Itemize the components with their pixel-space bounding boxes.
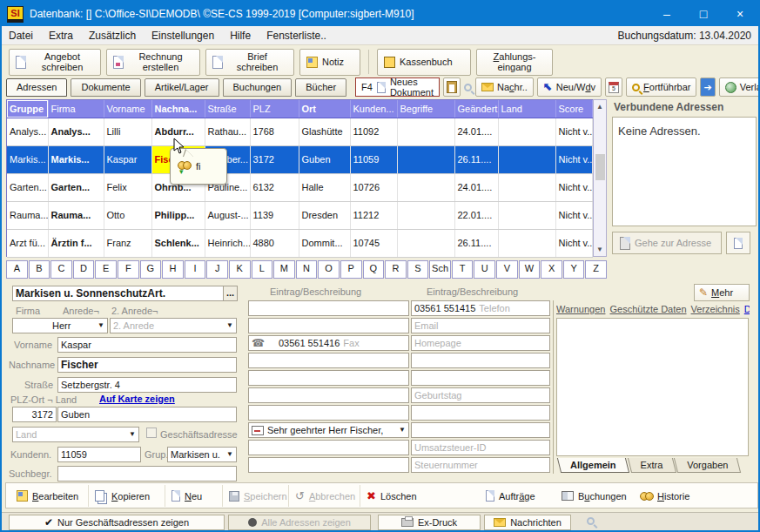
table-cell[interactable]: 1768 — [250, 118, 299, 145]
new-address-doc-button[interactable] — [726, 232, 750, 254]
bearbeiten-button[interactable]: Bearbeiten — [11, 486, 84, 506]
table-cell[interactable]: Garten... — [48, 173, 104, 201]
alphabet-letter[interactable]: Z — [585, 260, 607, 279]
notiz-button[interactable]: Notiz — [299, 49, 360, 76]
table-row[interactable]: Analys...Analys...LilliAbdurr...Rathau..… — [7, 118, 592, 145]
alphabet-letter[interactable]: C — [50, 260, 72, 279]
detail-notes-box[interactable] — [556, 318, 749, 456]
table-cell[interactable] — [397, 118, 454, 145]
alphabet-letter[interactable]: Sch — [429, 260, 451, 279]
tab-buchungen[interactable]: Buchungen — [223, 78, 293, 97]
column-header[interactable]: Vorname — [104, 100, 151, 118]
tab-extra[interactable]: Extra — [629, 458, 675, 473]
table-cell[interactable]: Lilli — [104, 118, 151, 145]
tab-vorgaben[interactable]: Vorgaben — [676, 458, 739, 473]
alphabet-letter[interactable]: N — [296, 260, 318, 279]
geschaeftsadresse-checkbox[interactable] — [146, 428, 157, 438]
table-cell[interactable] — [498, 118, 555, 145]
column-header[interactable]: Begriffe — [397, 100, 454, 118]
entry-field[interactable] — [411, 405, 550, 421]
plz-field[interactable]: 3172 — [12, 407, 57, 422]
alphabet-letter[interactable]: W — [519, 260, 541, 279]
table-cell[interactable]: Guben — [299, 145, 350, 173]
alphabet-letter[interactable]: U — [474, 260, 495, 279]
vorname-field[interactable]: Kaspar — [57, 337, 237, 353]
alphabet-letter[interactable]: T — [452, 260, 474, 279]
entry-field[interactable] — [248, 353, 409, 368]
table-cell[interactable]: Felix — [104, 173, 151, 201]
table-cell[interactable] — [498, 201, 555, 229]
table-cell[interactable] — [397, 201, 454, 229]
suchbegriff-field[interactable] — [57, 466, 237, 481]
table-cell[interactable]: 22.01.... — [454, 201, 498, 229]
tab-buecher[interactable]: Bücher — [295, 78, 346, 97]
table-cell[interactable]: 1139 — [250, 201, 299, 229]
search-icon[interactable] — [587, 517, 595, 525]
column-header[interactable]: Firma — [48, 100, 104, 118]
alphabet-letter[interactable]: E — [95, 260, 117, 279]
alphabet-letter[interactable]: Y — [563, 260, 585, 279]
fax-field[interactable]: ☎03561 551416Fax — [248, 335, 409, 351]
table-cell[interactable]: Garten... — [7, 173, 48, 201]
nachrichten-status-button[interactable]: Nachrichten — [484, 515, 571, 530]
nur-geschaeftsadressen-button[interactable]: ✔Nur Geschäftsadressen zeigen — [9, 515, 225, 530]
land-select[interactable]: Land▼ — [12, 427, 139, 442]
table-cell[interactable]: Dresden — [299, 201, 350, 229]
telefon-field[interactable]: 03561 551415Telefon — [411, 300, 550, 316]
table-cell[interactable]: Markis... — [7, 145, 48, 173]
entry-field[interactable] — [248, 440, 409, 455]
table-cell[interactable]: Nicht v... — [555, 118, 592, 145]
table-cell[interactable]: Dommit... — [299, 229, 350, 257]
tab-allgemein[interactable]: Allgemein — [559, 458, 628, 473]
steuernummer-field[interactable]: Steuernummer — [411, 457, 550, 473]
table-cell[interactable] — [397, 173, 454, 201]
geschuetzte-daten-link[interactable]: Geschützte Daten — [609, 304, 686, 314]
table-cell[interactable] — [498, 145, 555, 173]
alphabet-letter[interactable]: L — [252, 260, 273, 279]
nachname-field[interactable]: Fischer — [57, 357, 237, 373]
historie-button[interactable]: Historie — [635, 486, 695, 506]
kopieren-button[interactable]: Kopieren — [90, 486, 155, 506]
alphabet-letter[interactable]: B — [29, 260, 50, 279]
tab-dokumente[interactable]: Dokumente — [71, 78, 140, 97]
homepage-field[interactable]: Homepage — [411, 335, 550, 351]
table-cell[interactable]: Nicht v... — [555, 173, 592, 201]
mehr-button[interactable]: ✎Mehr — [694, 284, 750, 301]
table-cell[interactable]: Rauma... — [48, 201, 104, 229]
ex-druck-button[interactable]: Ex-Druck — [378, 515, 481, 530]
zahlungseingang-button[interactable]: Zahlungs-eingang — [476, 49, 553, 76]
ort-field[interactable]: Guben — [57, 407, 237, 422]
abbrechen-button[interactable]: ↺Abbrechen — [290, 486, 360, 506]
buchungen-button[interactable]: Buchungen — [556, 486, 632, 506]
alphabet-letter[interactable]: J — [206, 260, 228, 279]
auf-karte-zeigen-link[interactable]: Auf Karte zeigen — [99, 394, 175, 404]
table-cell[interactable]: 4880 — [250, 229, 299, 257]
table-cell[interactable]: Philipp... — [151, 201, 205, 229]
rechnung-erstellen-button[interactable]: Rechnung erstellen — [106, 49, 200, 76]
table-cell[interactable]: August-... — [205, 201, 250, 229]
table-cell[interactable]: 11059 — [350, 145, 397, 173]
maximize-button[interactable]: □ — [685, 2, 722, 26]
menu-extra[interactable]: Extra — [49, 30, 73, 42]
table-cell[interactable]: Glashütte — [299, 118, 350, 145]
entry-field[interactable] — [411, 353, 550, 368]
alphabet-letter[interactable]: F — [118, 260, 139, 279]
entry-field[interactable] — [248, 318, 409, 333]
menu-einstellungen[interactable]: Einstellungen — [151, 30, 214, 42]
alphabet-letter[interactable]: V — [496, 260, 518, 279]
table-cell[interactable]: 3172 — [250, 145, 299, 173]
table-cell[interactable]: Kaspar — [104, 145, 151, 173]
new-document-combo[interactable]: F4 Neues Dokument — [355, 77, 440, 97]
column-header[interactable]: Nachna... — [151, 100, 205, 118]
entry-field[interactable] — [248, 405, 409, 421]
table-cell[interactable] — [397, 229, 454, 257]
table-cell[interactable]: Halle — [299, 173, 350, 201]
table-cell[interactable]: Ärztin f... — [48, 229, 104, 257]
table-cell[interactable] — [397, 145, 454, 173]
table-cell[interactable]: Nicht v... — [555, 145, 592, 173]
alphabet-letter[interactable]: S — [407, 260, 429, 279]
table-cell[interactable]: Markis... — [48, 145, 104, 173]
menu-datei[interactable]: Datei — [9, 30, 33, 42]
table-cell[interactable]: Rathau... — [205, 118, 250, 145]
table-row[interactable]: Garten...Garten...FelixOhrnb...Pauline..… — [7, 173, 592, 201]
